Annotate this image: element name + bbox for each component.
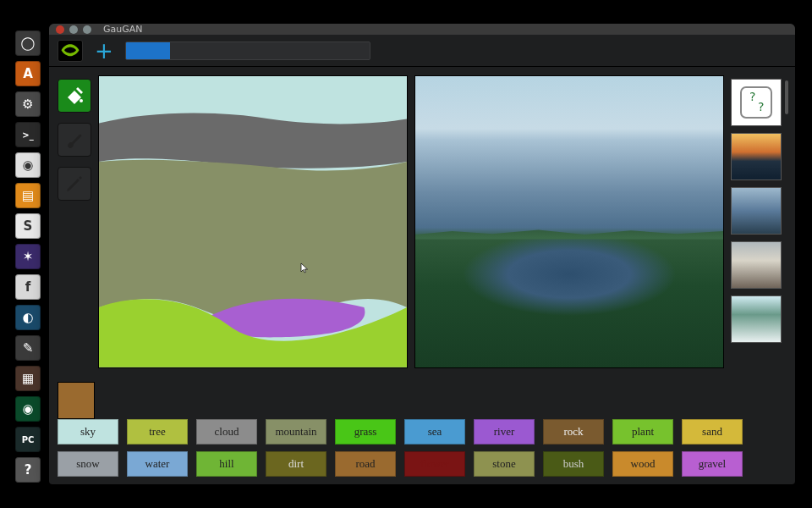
segmentation-svg [99,76,407,367]
swatch-gravel[interactable]: gravel [682,451,743,477]
launcher-gimp[interactable]: ✎ [15,335,41,361]
swatch-grass[interactable]: grass [335,419,396,444]
launcher-pycharm[interactable]: PC [15,427,41,452]
brush-tool-button[interactable] [58,123,91,157]
swatch-rock[interactable]: rock [543,419,604,444]
pencil-icon [64,174,85,194]
launcher-sublime[interactable]: ▤ [15,183,41,208]
random-style-thumb[interactable]: ?? [731,79,782,126]
titlebar: GauGAN [49,24,795,35]
generated-image [415,76,723,367]
swatch-sky[interactable]: sky [58,419,118,444]
swatch-road[interactable]: road [335,451,396,477]
brush-icon [64,130,85,150]
swatch-cloud[interactable]: cloud [196,419,257,444]
fill-tool-button[interactable] [58,79,91,113]
launcher-browser[interactable]: ◐ [15,305,41,330]
swatch-stone[interactable]: stone [474,451,535,477]
swatch-tree[interactable]: tree [127,419,188,444]
dice-icon: ?? [738,84,775,121]
new-button[interactable]: + [91,38,117,64]
svg-point-0 [80,99,83,102]
launcher-app-misc2[interactable]: ◉ [15,396,41,422]
launcher-slack[interactable]: S [15,213,41,239]
progress-fill [126,42,170,59]
svg-rect-2 [741,87,771,118]
palette-area: skytreecloudmountaingrassseariverrockpla… [49,373,795,487]
segmentation-canvas[interactable] [98,75,408,368]
nvidia-logo-icon [58,40,83,62]
pencil-tool-button[interactable] [58,167,91,201]
svg-text:?: ? [749,90,755,103]
launcher-app-x[interactable]: ✶ [15,244,41,269]
swatch-sea[interactable]: sea [404,419,465,444]
launcher-chrome[interactable]: ◉ [15,152,41,178]
launcher-help[interactable]: ? [15,457,41,483]
swatch-flower[interactable]: flower [404,451,465,477]
palette-grid: skytreecloudmountaingrassseariverrockpla… [58,419,743,477]
swatch-mountain[interactable]: mountain [266,419,326,444]
canvas-pair [98,75,724,368]
progress-bar[interactable] [125,41,370,60]
window-title: GauGAN [103,24,143,35]
swatch-snow[interactable]: snow [58,451,118,477]
swatch-wood[interactable]: wood [612,451,673,477]
style-blue-mountains-thumb[interactable] [731,187,782,235]
swatch-sand[interactable]: sand [682,419,743,444]
workspace: ?? [49,67,795,373]
current-color-swatch[interactable] [58,382,95,419]
svg-text:?: ? [758,100,764,113]
swatch-dirt[interactable]: dirt [266,451,326,477]
launcher-fonts[interactable]: f [15,274,41,300]
tool-column [58,75,91,368]
maximize-dot[interactable] [83,25,91,34]
style-column: ?? [731,75,787,368]
launcher-terminal[interactable]: >_ [15,122,41,147]
swatch-river[interactable]: river [474,419,535,444]
style-sunset-lake-thumb[interactable] [731,133,782,180]
swatch-water[interactable]: water [127,451,188,477]
launcher-ubuntu-dash[interactable]: ◯ [15,30,41,56]
close-dot[interactable] [56,25,64,34]
cursor-icon [300,262,309,274]
output-canvas [414,75,724,368]
style-river-rapids-thumb[interactable] [731,295,782,343]
minimize-dot[interactable] [69,25,78,34]
swatch-hill[interactable]: hill [196,451,257,477]
style-cloudy-sky-thumb[interactable] [731,241,782,289]
top-toolbar: + [49,35,795,67]
style-scrollbar[interactable] [785,80,788,114]
swatch-plant[interactable]: plant [612,419,673,444]
launcher-settings[interactable]: ⚙ [15,91,41,117]
app-window: GauGAN + [49,24,795,484]
launcher-app-a[interactable]: A [15,61,41,86]
os-launcher: ◯A⚙>_◉▤S✶f◐✎▦◉PC? [15,30,41,483]
swatch-bush[interactable]: bush [543,451,604,477]
launcher-app-misc1[interactable]: ▦ [15,366,41,391]
bucket-icon [64,86,85,106]
